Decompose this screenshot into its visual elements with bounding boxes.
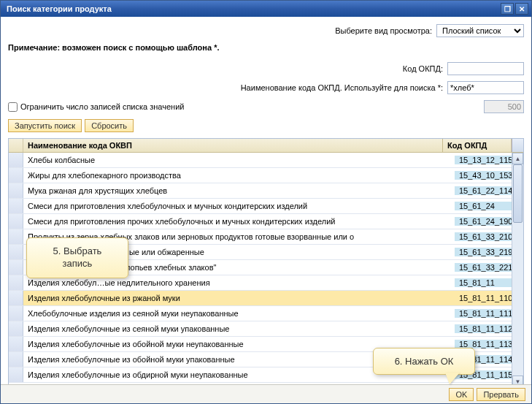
- limit-label: Ограничить число записей списка значений: [20, 102, 184, 111]
- scroll-header: [512, 139, 523, 152]
- row-spacer: [9, 275, 23, 290]
- cell-name: Хлебобулочные изделия из сеяной муки неу…: [23, 309, 455, 318]
- code-row: Код ОКПД:: [8, 62, 524, 75]
- row-spacer: [9, 352, 23, 367]
- limit-input: [484, 100, 524, 113]
- col-code-header[interactable]: Код ОКПД: [443, 139, 512, 152]
- code-input[interactable]: [447, 62, 524, 75]
- cell-name: Смеси для приготовления хлебобулочных и …: [23, 202, 455, 210]
- vertical-scrollbar[interactable]: ▲ ▼: [512, 153, 523, 387]
- row-spacer: [9, 183, 23, 198]
- row-spacer: [9, 229, 23, 244]
- cancel-button[interactable]: Прервать: [477, 388, 525, 401]
- row-spacer: [9, 337, 23, 351]
- table-row[interactable]: Изделия хлебобулочные из сеяной муки упа…: [9, 321, 523, 337]
- name-label: Наименование кода ОКПД. Используйте для …: [241, 83, 443, 92]
- name-row: Наименование кода ОКПД. Используйте для …: [8, 81, 524, 94]
- header-spacer: [9, 139, 23, 152]
- row-spacer: [9, 291, 23, 305]
- ok-button[interactable]: OK: [449, 388, 474, 401]
- titlebar: Поиск категории продукта ❐ ✕: [1, 1, 531, 17]
- row-spacer: [9, 214, 23, 229]
- search-input[interactable]: [447, 81, 524, 94]
- view-row: Выберите вид просмотра: Плоский список: [8, 24, 524, 37]
- table-row[interactable]: Смеси для приготовления хлебобулочных и …: [9, 199, 523, 214]
- run-search-button[interactable]: Запустить поиск: [8, 119, 82, 132]
- row-spacer: [9, 153, 23, 167]
- row-spacer: [9, 321, 23, 336]
- limit-row: Ограничить число записей списка значений: [8, 100, 524, 113]
- row-spacer: [9, 199, 23, 213]
- cell-name: Смеси для приготовления прочих хлебобуло…: [23, 217, 455, 226]
- cell-name: Жиры для хлебопекарного производства: [23, 171, 455, 180]
- scroll-track[interactable]: [512, 164, 523, 376]
- cell-name: Мука ржаная для хрустящих хлебцев: [23, 186, 455, 195]
- content-area: Выберите вид просмотра: Плоский список П…: [1, 17, 531, 388]
- cell-name: Изделия хлебобулочные из сеяной муки упа…: [23, 324, 455, 333]
- row-spacer: [9, 168, 23, 183]
- table-row[interactable]: Мука ржаная для хрустящих хлебцев15_61_2…: [9, 183, 523, 199]
- scroll-up-icon[interactable]: ▲: [512, 153, 523, 164]
- code-label: Код ОКПД:: [403, 64, 443, 73]
- callout-select-record: 5. Выбрать запись: [26, 237, 128, 278]
- cell-name: Изделия хлебобул…ые недлительного хранен…: [23, 278, 455, 287]
- table-row[interactable]: Смеси для приготовления прочих хлебобуло…: [9, 214, 523, 229]
- table-row[interactable]: Хлебы колбасные15_13_12_115: [9, 153, 523, 168]
- scroll-thumb[interactable]: [513, 164, 523, 223]
- limit-checkbox[interactable]: [8, 102, 18, 112]
- view-label: Выберите вид просмотра:: [335, 26, 432, 35]
- row-spacer: [9, 245, 23, 259]
- view-select[interactable]: Плоский список: [436, 24, 524, 37]
- close-icon[interactable]: ✕: [515, 3, 528, 15]
- cell-name: Изделия хлебобулочные из ржаной муки: [23, 294, 455, 302]
- table-row[interactable]: Хлебобулочные изделия из сеяной муки неу…: [9, 306, 523, 321]
- table-row[interactable]: Жиры для хлебопекарного производства15_4…: [9, 168, 523, 183]
- new-window-icon[interactable]: ❐: [501, 3, 514, 15]
- dialog-window: Поиск категории продукта ❐ ✕ Выберите ви…: [0, 0, 532, 404]
- reset-button[interactable]: Сбросить: [85, 119, 134, 132]
- buttons-row: Запустить поиск Сбросить: [8, 119, 524, 132]
- table-header: Наименование кода ОКВП Код ОКПД: [9, 139, 523, 153]
- row-spacer: [9, 260, 23, 275]
- cell-name: Хлебы колбасные: [23, 156, 455, 164]
- note-text: Примечание: возможен поиск с помощью шаб…: [8, 43, 524, 52]
- row-spacer: [9, 367, 23, 382]
- footer-bar: OK Прервать: [1, 384, 531, 403]
- row-spacer: [9, 306, 23, 321]
- window-title: Поиск категории продукта: [7, 4, 499, 13]
- col-name-header[interactable]: Наименование кода ОКВП: [23, 139, 443, 152]
- table-row[interactable]: Изделия хлебобулочные из ржаной муки15_8…: [9, 291, 523, 306]
- callout-press-ok: 6. Нажать ОК: [373, 348, 475, 375]
